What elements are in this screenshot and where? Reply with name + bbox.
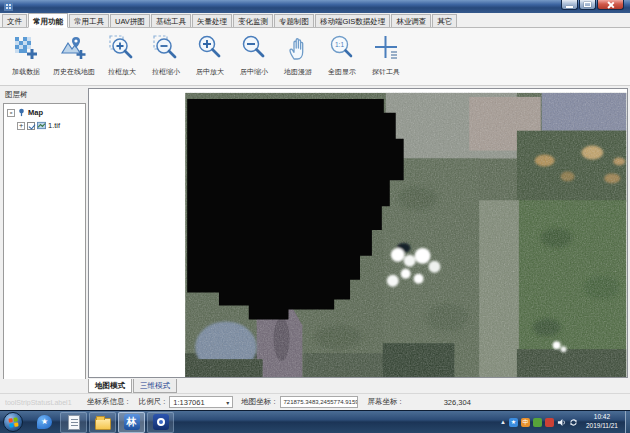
center-zoom-in-icon [196, 34, 224, 62]
full-extent-button[interactable]: 1:1 全图显示 [320, 32, 364, 79]
toolbar-button-label: 拉框放大 [108, 67, 136, 77]
layer-tree: - Map + 1.tif [3, 103, 86, 391]
probe-tool-button[interactable]: 探针工具 [364, 32, 408, 79]
chevron-down-icon: ▾ [226, 399, 229, 406]
load-data-icon [12, 34, 40, 62]
ribbon-toolbar: 加载数据 历史在线地图 拉框放大 [0, 28, 630, 86]
box-zoom-out-button[interactable]: 拉框缩小 [144, 32, 188, 79]
taskbar-app-forest-gis[interactable]: 林 [118, 412, 145, 433]
status-placeholder-label: toolStripStatusLabel1 [5, 399, 81, 406]
toolbar-button-label: 加载数据 [12, 67, 40, 77]
taskbar-clock[interactable]: 10:42 2019/11/21 [586, 413, 618, 431]
tree-node-layer[interactable]: + 1.tif [17, 121, 85, 130]
screen-coord-value: 326,304 [444, 398, 471, 407]
map-canvas[interactable] [88, 88, 628, 378]
clock-time: 10:42 [586, 413, 618, 422]
toolbar-button-label: 历史在线地图 [53, 67, 95, 77]
tab-uav-mosaic[interactable]: UAV拼图 [110, 14, 150, 27]
chat-star-icon: ★ [37, 415, 52, 429]
clock-date: 2019/11/21 [586, 422, 618, 431]
minimize-button[interactable] [561, 0, 578, 10]
close-icon [607, 1, 615, 9]
view-mode-tab-strip: 地图模式 三维模式 [0, 379, 630, 393]
speaker-icon[interactable] [557, 418, 566, 427]
show-desktop-button[interactable] [625, 411, 630, 433]
tab-change-detection[interactable]: 变化监测 [233, 14, 273, 27]
tab-file[interactable]: 文件 [2, 14, 27, 27]
taskbar-app-bubble-star[interactable]: ★ [31, 412, 58, 433]
tree-node-map[interactable]: - Map [7, 108, 85, 117]
title-bar [0, 0, 630, 13]
tab-map-mode[interactable]: 地图模式 [88, 379, 132, 393]
maximize-button[interactable] [579, 0, 596, 10]
windows-taskbar: ★ 林 ▲ ★ 中 [0, 410, 630, 433]
toolbar-button-label: 全图显示 [328, 67, 356, 77]
tab-forestry-survey[interactable]: 林业调查 [391, 14, 431, 27]
tab-mobile-gis-data[interactable]: 移动端GIS数据处理 [315, 14, 390, 27]
tab-vector-processing[interactable]: 矢量处理 [192, 14, 232, 27]
minimize-icon [566, 6, 573, 8]
layer-panel-title: 图层树 [5, 90, 28, 100]
box-zoom-out-icon [152, 34, 180, 62]
tray-ime-icon[interactable]: 中 [521, 418, 530, 427]
start-button[interactable] [3, 412, 23, 432]
raster-layer-icon [37, 121, 46, 130]
map-coord-value: 721875.3483,2455774.9159 [284, 399, 358, 405]
screen-coord-label: 屏幕坐标 : [368, 397, 402, 407]
tray-star-icon[interactable]: ★ [509, 418, 518, 427]
forest-app-icon: 林 [124, 414, 140, 430]
map-pan-button[interactable]: 地图漫游 [276, 32, 320, 79]
satellite-imagery [89, 89, 627, 377]
close-button[interactable] [597, 0, 624, 10]
history-online-map-button[interactable]: 历史在线地图 [48, 32, 100, 79]
map-coord-value-box: 721875.3483,2455774.9159 [280, 396, 358, 408]
folder-icon [95, 418, 111, 430]
probe-icon [372, 34, 400, 62]
scale-value: 1:137061 [173, 398, 204, 407]
tab-common-tools[interactable]: 常用工具 [69, 14, 109, 27]
tab-other[interactable]: 其它 [432, 14, 457, 27]
collapse-expander-icon[interactable]: - [7, 109, 15, 117]
taskbar-app-explorer[interactable] [89, 412, 116, 433]
history-online-map-icon [60, 34, 88, 62]
box-zoom-in-button[interactable]: 拉框放大 [100, 32, 144, 79]
app-window-icon [4, 2, 13, 11]
scale-label: 比例尺 : [139, 397, 166, 407]
center-zoom-out-icon [240, 34, 268, 62]
coord-system-label: 坐标系信息 : [87, 397, 129, 407]
full-extent-icon: 1:1 [328, 34, 356, 62]
application-window: 文件 常用功能 常用工具 UAV拼图 基础工具 矢量处理 变化监测 专题制图 移… [0, 0, 630, 433]
tab-thematic-mapping[interactable]: 专题制图 [274, 14, 314, 27]
toolbar-button-label: 居中放大 [196, 67, 224, 77]
tray-flag-icon[interactable] [545, 418, 554, 427]
tab-basic-tools[interactable]: 基础工具 [151, 14, 191, 27]
taskbar-app-notepad[interactable] [60, 412, 87, 433]
center-zoom-out-button[interactable]: 居中缩小 [232, 32, 276, 79]
windows-logo-icon [8, 417, 18, 427]
scale-dropdown[interactable]: 1:137061 ▾ [169, 396, 233, 408]
tree-node-label: Map [28, 108, 43, 117]
maximize-icon [584, 2, 591, 7]
status-bar: toolStripStatusLabel1 坐标系信息 : 比例尺 : 1:13… [0, 393, 630, 410]
center-zoom-in-button[interactable]: 居中放大 [188, 32, 232, 79]
toolbar-button-label: 地图漫游 [284, 67, 312, 77]
tab-common-functions[interactable]: 常用功能 [28, 13, 68, 28]
document-icon [68, 415, 80, 430]
tray-green-icon[interactable] [533, 418, 542, 427]
load-data-button[interactable]: 加载数据 [4, 32, 48, 79]
tray-expand-button[interactable]: ▲ [500, 419, 506, 425]
tab-3d-mode[interactable]: 三维模式 [133, 379, 177, 393]
svg-text:1:1: 1:1 [335, 41, 344, 48]
box-zoom-in-icon [108, 34, 136, 62]
taskbar-app-o[interactable] [147, 412, 174, 433]
toolbar-button-label: 探针工具 [372, 67, 400, 77]
system-tray: ▲ ★ 中 10:42 2019/11/21 [500, 411, 630, 433]
ring-app-icon [153, 414, 169, 430]
sync-arrows-icon[interactable] [569, 418, 578, 427]
expand-expander-icon[interactable]: + [17, 122, 25, 130]
tree-node-label: 1.tif [48, 121, 60, 130]
map-node-icon [17, 108, 26, 117]
layer-visibility-checkbox[interactable] [27, 122, 35, 130]
pan-hand-icon [284, 34, 312, 62]
toolbar-button-label: 拉框缩小 [152, 67, 180, 77]
